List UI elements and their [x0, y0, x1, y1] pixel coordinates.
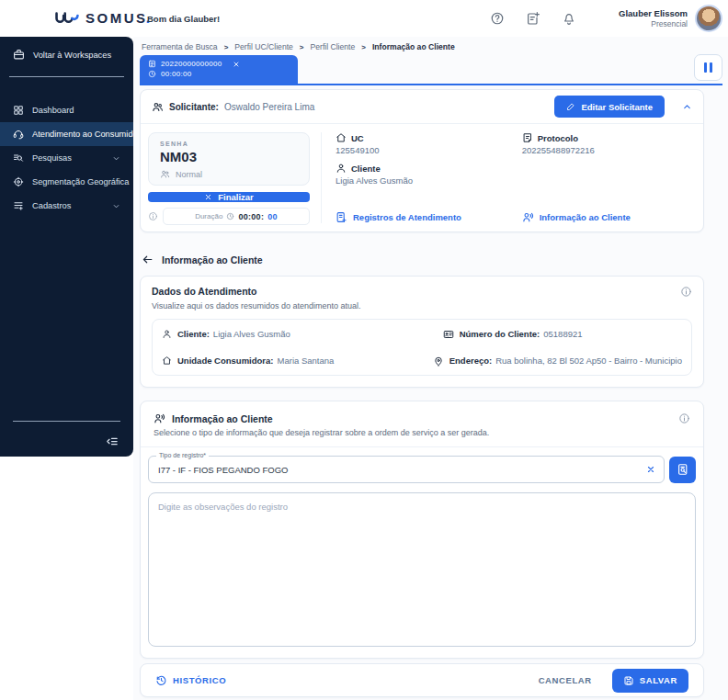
- breadcrumb: Ferramenta de Busca > Perfil UC/Cliente …: [142, 42, 455, 51]
- sidebar-divider: [9, 76, 124, 77]
- breadcrumb-item[interactable]: Perfil UC/Cliente: [234, 42, 293, 51]
- pause-button[interactable]: [694, 54, 722, 81]
- tab-timer: 00:00:00: [161, 69, 192, 79]
- sidebar-item-segmentacao-geografica[interactable]: Segmentação Geográfica: [0, 170, 133, 194]
- sidebar-back-label: Voltar à Workspaces: [33, 51, 111, 60]
- notifications-button[interactable]: [559, 8, 579, 28]
- map-pin-icon: [433, 356, 444, 367]
- clock-icon: [148, 70, 156, 78]
- help-icon: [490, 11, 505, 26]
- cancelar-button[interactable]: CANCELAR: [539, 675, 592, 685]
- cliente-value: Ligia Alves Gusmão: [213, 329, 290, 339]
- sidebar-item-label: Dashboard: [32, 106, 74, 115]
- clear-field-icon[interactable]: [646, 465, 655, 474]
- observacoes-textarea[interactable]: [148, 492, 696, 647]
- endereco-value: Rua bolinha, 82 Bl 502 Ap50 - Bairro - M…: [495, 356, 682, 366]
- list-plus-icon: [13, 200, 24, 211]
- numero-cliente-label: Número do Cliente:: [460, 329, 540, 339]
- duration-row: Duração 00:00:00: [148, 208, 310, 225]
- sidebar-item-label: Atendimento ao Consumidor: [32, 130, 141, 139]
- breadcrumb-item[interactable]: Ferramenta de Busca: [142, 42, 218, 51]
- info-icon[interactable]: [148, 211, 158, 221]
- sidebar-item-atendimento-consumidor[interactable]: Atendimento ao Consumidor: [0, 122, 133, 146]
- solicitante-row: Solicitante: Oswaldo Pereira Lima Editar…: [141, 90, 703, 124]
- breadcrumb-current: Informação ao Cliente: [372, 42, 455, 51]
- info-form-subtitle: Selecione o tipo de informação que desej…: [154, 428, 690, 437]
- sidebar: Voltar à Workspaces Dashboard Atendiment…: [0, 37, 133, 457]
- duration-value: 00:00:: [238, 212, 264, 221]
- senha-column: SENHA NM03 Normal Finalizar: [148, 132, 310, 223]
- main-content: Ferramenta de Busca > Perfil UC/Cliente …: [133, 37, 728, 700]
- logo-wordmark: SOMUS: [85, 10, 148, 26]
- tipo-registro-field: Tipo de registro*: [148, 456, 665, 483]
- user-icon: [336, 163, 347, 174]
- target-icon: [13, 176, 24, 187]
- tipo-registro-input[interactable]: [149, 457, 664, 482]
- sidebar-item-voltar-workspaces[interactable]: Voltar à Workspaces: [0, 37, 133, 69]
- senha-card: SENHA NM03 Normal: [148, 132, 310, 186]
- somus-logo-icon: [55, 11, 79, 26]
- salvar-button[interactable]: SALVAR: [612, 669, 688, 693]
- endereco-label: Endereço:: [449, 356, 492, 366]
- senha-label: SENHA: [160, 141, 298, 147]
- arrow-left-icon[interactable]: [142, 254, 154, 265]
- pencil-icon: [566, 102, 575, 111]
- protocolo-column: Protocolo 202255488972216 Informação ao …: [518, 132, 694, 223]
- priority-label: Normal: [176, 170, 202, 179]
- registros-atendimento-label: Registros de Atendimento: [353, 212, 461, 222]
- search-tipo-registro-button[interactable]: [669, 457, 696, 483]
- breadcrumb-item[interactable]: Perfil Cliente: [311, 42, 356, 51]
- breadcrumb-separator: >: [361, 43, 366, 51]
- chevron-up-icon: [682, 102, 692, 112]
- user-menu[interactable]: Glauber Elissom Presencial: [619, 8, 688, 29]
- info-icon[interactable]: [678, 412, 690, 424]
- informacao-cliente-link-label: Informação ao Cliente: [540, 212, 631, 222]
- duration-value-seconds: 00: [267, 212, 278, 221]
- senha-value: NM03: [160, 149, 298, 164]
- priority-user-icon: [160, 169, 170, 179]
- sidebar-item-dashboard[interactable]: Dashboard: [0, 98, 133, 122]
- historico-button[interactable]: HISTÓRICO: [155, 674, 226, 686]
- avatar[interactable]: [695, 5, 722, 32]
- doc-search-icon: [677, 463, 689, 476]
- search-list-icon: [13, 152, 24, 164]
- editar-solicitante-button[interactable]: Editar Solicitante: [554, 96, 665, 118]
- top-header: SOMUS. Bom dia Glauber! Glauber Elissom …: [0, 0, 728, 37]
- historico-label: HISTÓRICO: [173, 675, 226, 685]
- registros-atendimento-link[interactable]: Registros de Atendimento: [336, 211, 518, 223]
- breadcrumb-separator: >: [224, 43, 229, 51]
- tab-protocol-number: 20220000000000: [161, 59, 222, 69]
- user-name: Glauber Elissom: [619, 8, 688, 19]
- dados-summary-box: Cliente: Ligia Alves Gusmão Número do Cl…: [152, 319, 692, 376]
- new-note-button[interactable]: [523, 8, 543, 28]
- solicitante-name: Oswaldo Pereira Lima: [224, 102, 314, 112]
- uc-cliente-column: UC 125549100 Cliente Ligia Alves Gusmão: [322, 132, 518, 223]
- collapse-panel-button[interactable]: [682, 102, 692, 112]
- informacao-cliente-link[interactable]: Informação ao Cliente: [522, 211, 694, 223]
- dados-atendimento-card: Dados do Atendimento Visualize aqui os d…: [140, 276, 704, 388]
- info-form-body: Tipo de registro*: [141, 446, 703, 658]
- info-icon[interactable]: [680, 286, 692, 298]
- attendance-panel-body: SENHA NM03 Normal Finalizar: [141, 124, 703, 231]
- sidebar-item-pesquisas[interactable]: Pesquisas: [0, 146, 133, 170]
- finalizar-label: Finalizar: [218, 192, 254, 202]
- sidebar-item-label: Segmentação Geográfica: [32, 177, 129, 186]
- dados-row: Cliente: Ligia Alves Gusmão Número do Cl…: [153, 321, 691, 347]
- sidebar-item-cadastros[interactable]: Cadastros: [0, 194, 133, 218]
- tab-bar: 20220000000000 00:00:00: [140, 55, 722, 85]
- help-button[interactable]: [487, 8, 507, 28]
- informacao-cliente-card: Informação ao Cliente Selecione o tipo d…: [140, 401, 704, 659]
- solicitante-label: Solicitante:: [169, 102, 219, 112]
- unidade-consumidora-value: Maria Santana: [278, 356, 335, 366]
- attendance-tab[interactable]: 20220000000000 00:00:00: [140, 55, 298, 84]
- topbar-actions: Glauber Elissom Presencial: [487, 0, 722, 37]
- section-heading: Informação ao Cliente: [142, 254, 263, 265]
- finalizar-button[interactable]: Finalizar: [148, 192, 310, 202]
- clock-icon: [226, 212, 234, 220]
- salvar-label: SALVAR: [640, 675, 677, 685]
- collapse-sidebar-icon[interactable]: [105, 435, 119, 448]
- duration-box: Duração 00:00:00: [163, 208, 310, 225]
- tab-close-icon[interactable]: [233, 61, 240, 68]
- home-icon: [162, 356, 172, 366]
- uc-label: UC: [351, 133, 364, 143]
